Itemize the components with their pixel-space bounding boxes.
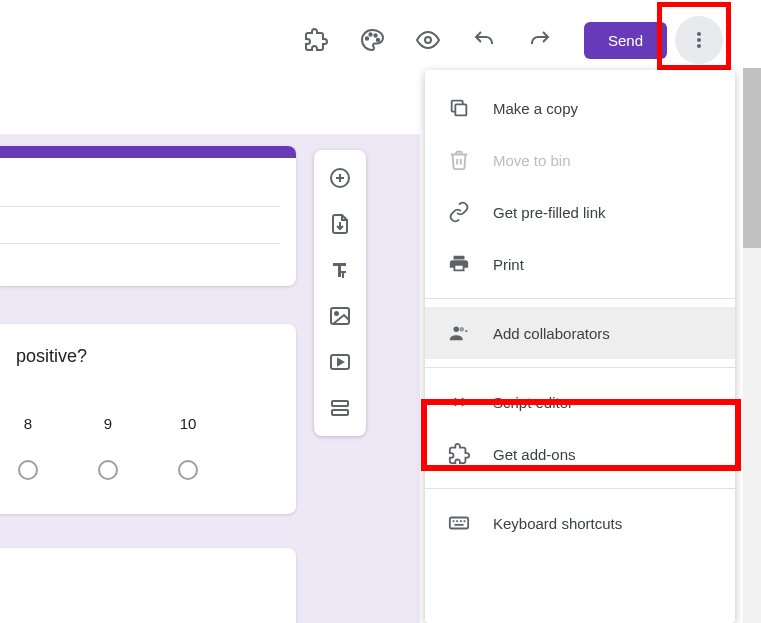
- svg-marker-15: [338, 359, 343, 365]
- form-accent-bar: [0, 146, 296, 158]
- svg-point-5: [697, 32, 701, 36]
- link-icon: [447, 200, 471, 224]
- svg-rect-25: [464, 520, 466, 522]
- svg-point-19: [454, 327, 460, 333]
- menu-divider: [425, 488, 735, 489]
- menu-label: Get pre-filled link: [493, 204, 606, 221]
- svg-rect-22: [453, 520, 455, 522]
- menu-divider: [425, 298, 735, 299]
- add-video-icon[interactable]: [318, 340, 362, 384]
- menu-add-collaborators[interactable]: Add collaborators: [425, 307, 735, 359]
- more-button[interactable]: [675, 16, 723, 64]
- svg-rect-24: [460, 520, 462, 522]
- scale-option[interactable]: 9: [98, 415, 118, 480]
- svg-point-3: [377, 39, 379, 41]
- scale-option[interactable]: 8: [18, 415, 38, 480]
- more-menu: Make a copy Move to bin Get pre-filled l…: [425, 70, 735, 623]
- menu-label: Script editor: [493, 394, 573, 411]
- radio-icon[interactable]: [98, 460, 118, 480]
- print-icon: [447, 252, 471, 276]
- svg-rect-26: [454, 524, 463, 526]
- menu-label: Move to bin: [493, 152, 571, 169]
- svg-point-2: [374, 34, 376, 36]
- top-action-bar: Send: [0, 16, 761, 64]
- form-header-card[interactable]: [0, 146, 296, 286]
- send-button[interactable]: Send: [584, 22, 667, 59]
- addons-icon[interactable]: [292, 16, 340, 64]
- form-card[interactable]: [0, 548, 296, 623]
- radio-icon[interactable]: [18, 460, 38, 480]
- svg-rect-21: [450, 518, 468, 529]
- preview-icon[interactable]: [404, 16, 452, 64]
- scale-label: 9: [104, 415, 112, 432]
- import-questions-icon[interactable]: [318, 202, 362, 246]
- menu-keyboard-shortcuts[interactable]: Keyboard shortcuts: [425, 497, 735, 549]
- menu-prefilled-link[interactable]: Get pre-filled link: [425, 186, 735, 238]
- add-question-icon[interactable]: [318, 156, 362, 200]
- svg-point-0: [366, 37, 368, 39]
- code-icon: [447, 390, 471, 414]
- svg-point-13: [335, 312, 338, 315]
- linear-scale-row: 8 9 10: [16, 415, 280, 480]
- menu-script-editor[interactable]: Script editor: [425, 376, 735, 428]
- menu-make-a-copy[interactable]: Make a copy: [425, 82, 735, 134]
- undo-icon[interactable]: [460, 16, 508, 64]
- svg-point-1: [369, 33, 371, 35]
- scale-label: 10: [180, 415, 197, 432]
- menu-label: Keyboard shortcuts: [493, 515, 622, 532]
- menu-label: Add collaborators: [493, 325, 610, 342]
- trash-icon: [447, 148, 471, 172]
- scale-label: 8: [24, 415, 32, 432]
- menu-move-to-bin: Move to bin: [425, 134, 735, 186]
- svg-point-20: [459, 327, 464, 332]
- svg-point-7: [697, 44, 701, 48]
- copy-icon: [447, 96, 471, 120]
- svg-rect-18: [455, 104, 466, 115]
- menu-label: Get add-ons: [493, 446, 576, 463]
- menu-get-addons[interactable]: Get add-ons: [425, 428, 735, 480]
- svg-point-6: [697, 38, 701, 42]
- menu-divider: [425, 367, 735, 368]
- palette-icon[interactable]: [348, 16, 396, 64]
- menu-print[interactable]: Print: [425, 238, 735, 290]
- redo-icon[interactable]: [516, 16, 564, 64]
- question-text: positive?: [16, 346, 280, 367]
- svg-rect-23: [456, 520, 458, 522]
- floating-toolbar: [314, 150, 366, 436]
- scale-option[interactable]: 10: [178, 415, 198, 480]
- svg-point-4: [425, 37, 431, 43]
- menu-label: Make a copy: [493, 100, 578, 117]
- question-card[interactable]: positive? 8 9 10: [0, 324, 296, 514]
- scrollbar-thumb[interactable]: [743, 68, 761, 248]
- menu-label: Print: [493, 256, 524, 273]
- collaborators-icon: [447, 321, 471, 345]
- radio-icon[interactable]: [178, 460, 198, 480]
- svg-rect-17: [332, 410, 348, 415]
- add-section-icon[interactable]: [318, 386, 362, 430]
- keyboard-icon: [447, 511, 471, 535]
- add-image-icon[interactable]: [318, 294, 362, 338]
- addons-icon: [447, 442, 471, 466]
- svg-rect-16: [332, 401, 348, 406]
- add-title-icon[interactable]: [318, 248, 362, 292]
